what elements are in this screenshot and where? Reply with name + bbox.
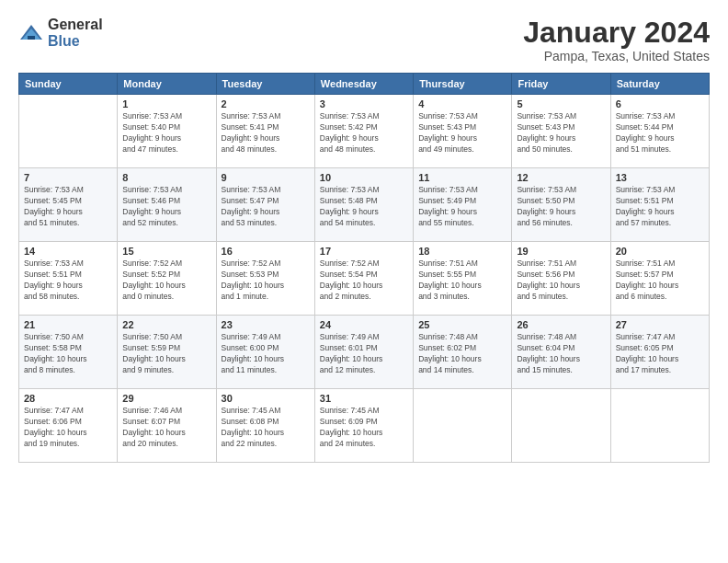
calendar-cell bbox=[19, 95, 118, 168]
logo-icon bbox=[18, 23, 44, 43]
day-info: Sunrise: 7:52 AM Sunset: 5:52 PM Dayligh… bbox=[122, 259, 210, 303]
day-number: 18 bbox=[418, 246, 506, 257]
day-number: 15 bbox=[122, 246, 210, 257]
day-number: 10 bbox=[320, 172, 408, 183]
day-number: 22 bbox=[122, 319, 210, 330]
day-info: Sunrise: 7:53 AM Sunset: 5:50 PM Dayligh… bbox=[517, 185, 605, 229]
day-info: Sunrise: 7:53 AM Sunset: 5:44 PM Dayligh… bbox=[616, 111, 704, 155]
calendar-cell: 13Sunrise: 7:53 AM Sunset: 5:51 PM Dayli… bbox=[610, 168, 709, 242]
day-info: Sunrise: 7:48 AM Sunset: 6:04 PM Dayligh… bbox=[517, 332, 605, 376]
main-title: January 2024 bbox=[523, 17, 710, 49]
day-number: 27 bbox=[616, 319, 704, 330]
calendar-cell: 30Sunrise: 7:45 AM Sunset: 6:08 PM Dayli… bbox=[216, 389, 314, 463]
day-number: 4 bbox=[418, 98, 506, 109]
day-info: Sunrise: 7:53 AM Sunset: 5:47 PM Dayligh… bbox=[222, 185, 310, 229]
day-number: 21 bbox=[24, 319, 112, 330]
day-info: Sunrise: 7:51 AM Sunset: 5:57 PM Dayligh… bbox=[616, 259, 704, 303]
calendar-cell: 11Sunrise: 7:53 AM Sunset: 5:49 PM Dayli… bbox=[414, 168, 512, 242]
day-info: Sunrise: 7:47 AM Sunset: 6:05 PM Dayligh… bbox=[616, 332, 704, 376]
calendar-table: SundayMondayTuesdayWednesdayThursdayFrid… bbox=[18, 73, 710, 463]
day-info: Sunrise: 7:53 AM Sunset: 5:46 PM Dayligh… bbox=[122, 185, 210, 229]
day-number: 29 bbox=[122, 393, 210, 404]
day-number: 26 bbox=[517, 319, 605, 330]
day-number: 17 bbox=[320, 246, 408, 257]
calendar-cell: 2Sunrise: 7:53 AM Sunset: 5:41 PM Daylig… bbox=[216, 95, 314, 168]
calendar-cell: 9Sunrise: 7:53 AM Sunset: 5:47 PM Daylig… bbox=[216, 168, 314, 242]
weekday-header-friday: Friday bbox=[512, 74, 610, 95]
day-info: Sunrise: 7:52 AM Sunset: 5:54 PM Dayligh… bbox=[320, 259, 408, 303]
day-number: 14 bbox=[24, 246, 112, 257]
day-number: 19 bbox=[517, 246, 605, 257]
calendar-week-5: 28Sunrise: 7:47 AM Sunset: 6:06 PM Dayli… bbox=[19, 389, 710, 463]
day-info: Sunrise: 7:51 AM Sunset: 5:56 PM Dayligh… bbox=[517, 259, 605, 303]
calendar-cell: 27Sunrise: 7:47 AM Sunset: 6:05 PM Dayli… bbox=[610, 316, 709, 389]
day-info: Sunrise: 7:53 AM Sunset: 5:51 PM Dayligh… bbox=[616, 185, 704, 229]
page: General Blue January 2024 Pampa, Texas, … bbox=[0, 0, 728, 563]
calendar-cell bbox=[414, 389, 512, 463]
calendar-cell: 29Sunrise: 7:46 AM Sunset: 6:07 PM Dayli… bbox=[118, 389, 216, 463]
calendar-cell: 23Sunrise: 7:49 AM Sunset: 6:00 PM Dayli… bbox=[216, 316, 314, 389]
day-info: Sunrise: 7:47 AM Sunset: 6:06 PM Dayligh… bbox=[24, 406, 112, 450]
day-number: 24 bbox=[320, 319, 408, 330]
day-number: 3 bbox=[320, 98, 408, 109]
calendar-cell: 15Sunrise: 7:52 AM Sunset: 5:52 PM Dayli… bbox=[118, 242, 216, 316]
calendar-cell: 7Sunrise: 7:53 AM Sunset: 5:45 PM Daylig… bbox=[19, 168, 118, 242]
day-number: 12 bbox=[517, 172, 605, 183]
calendar-cell: 25Sunrise: 7:48 AM Sunset: 6:02 PM Dayli… bbox=[414, 316, 512, 389]
day-info: Sunrise: 7:53 AM Sunset: 5:51 PM Dayligh… bbox=[24, 259, 112, 303]
day-info: Sunrise: 7:53 AM Sunset: 5:45 PM Dayligh… bbox=[24, 185, 112, 229]
day-info: Sunrise: 7:53 AM Sunset: 5:41 PM Dayligh… bbox=[222, 111, 310, 155]
logo-blue: Blue bbox=[48, 33, 80, 49]
logo-text: General Blue bbox=[48, 17, 103, 50]
calendar-cell: 14Sunrise: 7:53 AM Sunset: 5:51 PM Dayli… bbox=[19, 242, 118, 316]
logo: General Blue bbox=[18, 17, 103, 50]
calendar-week-2: 7Sunrise: 7:53 AM Sunset: 5:45 PM Daylig… bbox=[19, 168, 710, 242]
day-number: 16 bbox=[222, 246, 310, 257]
day-info: Sunrise: 7:51 AM Sunset: 5:55 PM Dayligh… bbox=[418, 259, 506, 303]
calendar-cell: 21Sunrise: 7:50 AM Sunset: 5:58 PM Dayli… bbox=[19, 316, 118, 389]
day-number: 5 bbox=[517, 98, 605, 109]
day-number: 2 bbox=[222, 98, 310, 109]
day-info: Sunrise: 7:53 AM Sunset: 5:48 PM Dayligh… bbox=[320, 185, 408, 229]
day-number: 9 bbox=[222, 172, 310, 183]
subtitle: Pampa, Texas, United States bbox=[523, 49, 710, 63]
calendar-cell: 5Sunrise: 7:53 AM Sunset: 5:43 PM Daylig… bbox=[512, 95, 610, 168]
weekday-header-wednesday: Wednesday bbox=[314, 74, 413, 95]
calendar-cell: 18Sunrise: 7:51 AM Sunset: 5:55 PM Dayli… bbox=[414, 242, 512, 316]
day-number: 8 bbox=[122, 172, 210, 183]
day-info: Sunrise: 7:48 AM Sunset: 6:02 PM Dayligh… bbox=[418, 332, 506, 376]
day-number: 13 bbox=[616, 172, 704, 183]
weekday-header-row: SundayMondayTuesdayWednesdayThursdayFrid… bbox=[19, 74, 710, 95]
day-number: 7 bbox=[24, 172, 112, 183]
day-info: Sunrise: 7:50 AM Sunset: 5:58 PM Dayligh… bbox=[24, 332, 112, 376]
day-number: 30 bbox=[222, 393, 310, 404]
day-number: 1 bbox=[122, 98, 210, 109]
day-number: 6 bbox=[616, 98, 704, 109]
weekday-header-tuesday: Tuesday bbox=[216, 74, 314, 95]
day-info: Sunrise: 7:46 AM Sunset: 6:07 PM Dayligh… bbox=[122, 406, 210, 450]
day-info: Sunrise: 7:49 AM Sunset: 6:00 PM Dayligh… bbox=[222, 332, 310, 376]
weekday-header-saturday: Saturday bbox=[610, 74, 709, 95]
day-info: Sunrise: 7:45 AM Sunset: 6:08 PM Dayligh… bbox=[222, 406, 310, 450]
calendar-cell: 4Sunrise: 7:53 AM Sunset: 5:43 PM Daylig… bbox=[414, 95, 512, 168]
calendar-cell: 17Sunrise: 7:52 AM Sunset: 5:54 PM Dayli… bbox=[314, 242, 413, 316]
calendar-cell: 16Sunrise: 7:52 AM Sunset: 5:53 PM Dayli… bbox=[216, 242, 314, 316]
day-info: Sunrise: 7:50 AM Sunset: 5:59 PM Dayligh… bbox=[122, 332, 210, 376]
calendar-cell: 19Sunrise: 7:51 AM Sunset: 5:56 PM Dayli… bbox=[512, 242, 610, 316]
logo-general: General bbox=[48, 17, 103, 32]
calendar-cell: 8Sunrise: 7:53 AM Sunset: 5:46 PM Daylig… bbox=[118, 168, 216, 242]
calendar-week-4: 21Sunrise: 7:50 AM Sunset: 5:58 PM Dayli… bbox=[19, 316, 710, 389]
day-info: Sunrise: 7:53 AM Sunset: 5:49 PM Dayligh… bbox=[418, 185, 506, 229]
calendar-week-3: 14Sunrise: 7:53 AM Sunset: 5:51 PM Dayli… bbox=[19, 242, 710, 316]
weekday-header-monday: Monday bbox=[118, 74, 216, 95]
calendar-week-1: 1Sunrise: 7:53 AM Sunset: 5:40 PM Daylig… bbox=[19, 95, 710, 168]
day-number: 31 bbox=[320, 393, 408, 404]
calendar-cell: 3Sunrise: 7:53 AM Sunset: 5:42 PM Daylig… bbox=[314, 95, 413, 168]
day-number: 28 bbox=[24, 393, 112, 404]
title-block: January 2024 Pampa, Texas, United States bbox=[523, 17, 710, 63]
day-number: 25 bbox=[418, 319, 506, 330]
header: General Blue January 2024 Pampa, Texas, … bbox=[18, 17, 710, 63]
day-info: Sunrise: 7:49 AM Sunset: 6:01 PM Dayligh… bbox=[320, 332, 408, 376]
day-info: Sunrise: 7:53 AM Sunset: 5:43 PM Dayligh… bbox=[418, 111, 506, 155]
day-info: Sunrise: 7:45 AM Sunset: 6:09 PM Dayligh… bbox=[320, 406, 408, 450]
